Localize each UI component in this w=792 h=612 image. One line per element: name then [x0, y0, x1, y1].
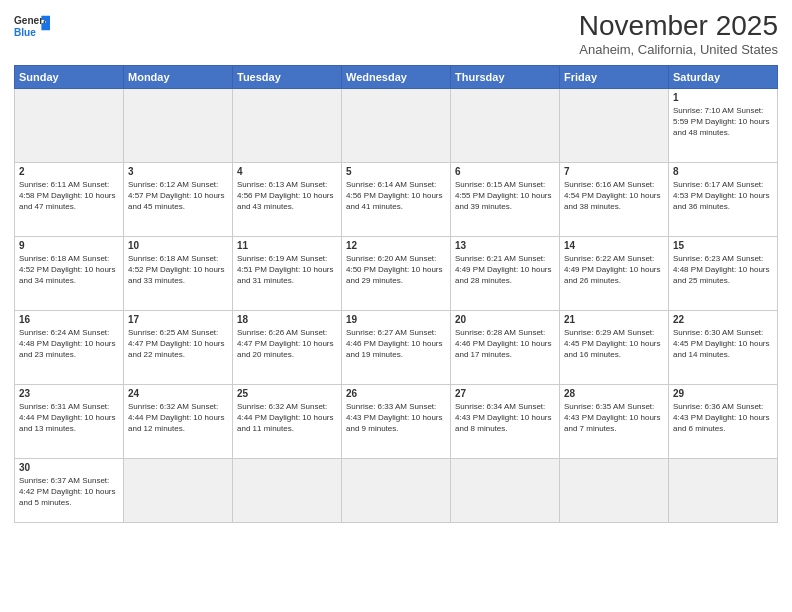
calendar-day-cell	[124, 89, 233, 163]
day-info: Sunrise: 6:32 AM Sunset: 4:44 PM Dayligh…	[128, 401, 228, 435]
month-title: November 2025	[579, 10, 778, 42]
calendar-day-cell: 25Sunrise: 6:32 AM Sunset: 4:44 PM Dayli…	[233, 385, 342, 459]
calendar-day-cell: 7Sunrise: 6:16 AM Sunset: 4:54 PM Daylig…	[560, 163, 669, 237]
calendar-header-row: Sunday Monday Tuesday Wednesday Thursday…	[15, 66, 778, 89]
day-number: 11	[237, 240, 337, 251]
day-info: Sunrise: 6:26 AM Sunset: 4:47 PM Dayligh…	[237, 327, 337, 361]
calendar-day-cell: 16Sunrise: 6:24 AM Sunset: 4:48 PM Dayli…	[15, 311, 124, 385]
day-number: 22	[673, 314, 773, 325]
day-info: Sunrise: 6:18 AM Sunset: 4:52 PM Dayligh…	[128, 253, 228, 287]
col-sunday: Sunday	[15, 66, 124, 89]
day-info: Sunrise: 6:20 AM Sunset: 4:50 PM Dayligh…	[346, 253, 446, 287]
day-info: Sunrise: 6:17 AM Sunset: 4:53 PM Dayligh…	[673, 179, 773, 213]
calendar-day-cell: 1Sunrise: 7:10 AM Sunset: 5:59 PM Daylig…	[669, 89, 778, 163]
day-number: 17	[128, 314, 228, 325]
day-number: 8	[673, 166, 773, 177]
day-info: Sunrise: 6:13 AM Sunset: 4:56 PM Dayligh…	[237, 179, 337, 213]
day-info: Sunrise: 6:18 AM Sunset: 4:52 PM Dayligh…	[19, 253, 119, 287]
calendar-day-cell: 26Sunrise: 6:33 AM Sunset: 4:43 PM Dayli…	[342, 385, 451, 459]
day-number: 12	[346, 240, 446, 251]
calendar-week-row: 1Sunrise: 7:10 AM Sunset: 5:59 PM Daylig…	[15, 89, 778, 163]
calendar-day-cell: 12Sunrise: 6:20 AM Sunset: 4:50 PM Dayli…	[342, 237, 451, 311]
logo: General Blue	[14, 10, 50, 46]
calendar-day-cell: 11Sunrise: 6:19 AM Sunset: 4:51 PM Dayli…	[233, 237, 342, 311]
calendar-day-cell: 27Sunrise: 6:34 AM Sunset: 4:43 PM Dayli…	[451, 385, 560, 459]
calendar-day-cell: 9Sunrise: 6:18 AM Sunset: 4:52 PM Daylig…	[15, 237, 124, 311]
calendar-day-cell: 30Sunrise: 6:37 AM Sunset: 4:42 PM Dayli…	[15, 459, 124, 523]
col-monday: Monday	[124, 66, 233, 89]
col-friday: Friday	[560, 66, 669, 89]
calendar-day-cell	[233, 459, 342, 523]
calendar-day-cell	[233, 89, 342, 163]
calendar-week-row: 16Sunrise: 6:24 AM Sunset: 4:48 PM Dayli…	[15, 311, 778, 385]
calendar-day-cell: 15Sunrise: 6:23 AM Sunset: 4:48 PM Dayli…	[669, 237, 778, 311]
calendar: Sunday Monday Tuesday Wednesday Thursday…	[14, 65, 778, 523]
day-number: 26	[346, 388, 446, 399]
day-number: 14	[564, 240, 664, 251]
day-info: Sunrise: 6:33 AM Sunset: 4:43 PM Dayligh…	[346, 401, 446, 435]
calendar-day-cell: 5Sunrise: 6:14 AM Sunset: 4:56 PM Daylig…	[342, 163, 451, 237]
day-number: 29	[673, 388, 773, 399]
calendar-day-cell	[15, 89, 124, 163]
day-info: Sunrise: 6:32 AM Sunset: 4:44 PM Dayligh…	[237, 401, 337, 435]
day-number: 5	[346, 166, 446, 177]
day-number: 2	[19, 166, 119, 177]
day-info: Sunrise: 6:23 AM Sunset: 4:48 PM Dayligh…	[673, 253, 773, 287]
calendar-week-row: 23Sunrise: 6:31 AM Sunset: 4:44 PM Dayli…	[15, 385, 778, 459]
day-number: 20	[455, 314, 555, 325]
header: General Blue November 2025 Anaheim, Cali…	[14, 10, 778, 57]
day-info: Sunrise: 6:34 AM Sunset: 4:43 PM Dayligh…	[455, 401, 555, 435]
calendar-day-cell: 19Sunrise: 6:27 AM Sunset: 4:46 PM Dayli…	[342, 311, 451, 385]
calendar-day-cell: 21Sunrise: 6:29 AM Sunset: 4:45 PM Dayli…	[560, 311, 669, 385]
day-number: 16	[19, 314, 119, 325]
day-info: Sunrise: 6:35 AM Sunset: 4:43 PM Dayligh…	[564, 401, 664, 435]
calendar-day-cell	[560, 459, 669, 523]
day-info: Sunrise: 6:28 AM Sunset: 4:46 PM Dayligh…	[455, 327, 555, 361]
day-number: 4	[237, 166, 337, 177]
day-info: Sunrise: 6:37 AM Sunset: 4:42 PM Dayligh…	[19, 475, 119, 509]
calendar-day-cell: 24Sunrise: 6:32 AM Sunset: 4:44 PM Dayli…	[124, 385, 233, 459]
calendar-day-cell: 28Sunrise: 6:35 AM Sunset: 4:43 PM Dayli…	[560, 385, 669, 459]
calendar-day-cell	[124, 459, 233, 523]
page: General Blue November 2025 Anaheim, Cali…	[0, 0, 792, 612]
calendar-day-cell: 10Sunrise: 6:18 AM Sunset: 4:52 PM Dayli…	[124, 237, 233, 311]
day-info: Sunrise: 6:21 AM Sunset: 4:49 PM Dayligh…	[455, 253, 555, 287]
calendar-day-cell: 22Sunrise: 6:30 AM Sunset: 4:45 PM Dayli…	[669, 311, 778, 385]
day-number: 18	[237, 314, 337, 325]
calendar-day-cell: 29Sunrise: 6:36 AM Sunset: 4:43 PM Dayli…	[669, 385, 778, 459]
day-info: Sunrise: 6:24 AM Sunset: 4:48 PM Dayligh…	[19, 327, 119, 361]
day-number: 30	[19, 462, 119, 473]
day-number: 25	[237, 388, 337, 399]
col-saturday: Saturday	[669, 66, 778, 89]
calendar-day-cell	[560, 89, 669, 163]
day-info: Sunrise: 6:15 AM Sunset: 4:55 PM Dayligh…	[455, 179, 555, 213]
day-number: 27	[455, 388, 555, 399]
day-info: Sunrise: 6:31 AM Sunset: 4:44 PM Dayligh…	[19, 401, 119, 435]
calendar-day-cell: 8Sunrise: 6:17 AM Sunset: 4:53 PM Daylig…	[669, 163, 778, 237]
day-number: 24	[128, 388, 228, 399]
day-info: Sunrise: 6:29 AM Sunset: 4:45 PM Dayligh…	[564, 327, 664, 361]
calendar-day-cell: 14Sunrise: 6:22 AM Sunset: 4:49 PM Dayli…	[560, 237, 669, 311]
calendar-day-cell: 2Sunrise: 6:11 AM Sunset: 4:58 PM Daylig…	[15, 163, 124, 237]
subtitle: Anaheim, California, United States	[579, 42, 778, 57]
day-info: Sunrise: 6:12 AM Sunset: 4:57 PM Dayligh…	[128, 179, 228, 213]
day-info: Sunrise: 6:27 AM Sunset: 4:46 PM Dayligh…	[346, 327, 446, 361]
day-number: 28	[564, 388, 664, 399]
calendar-day-cell	[342, 89, 451, 163]
title-block: November 2025 Anaheim, California, Unite…	[579, 10, 778, 57]
day-number: 10	[128, 240, 228, 251]
calendar-day-cell: 4Sunrise: 6:13 AM Sunset: 4:56 PM Daylig…	[233, 163, 342, 237]
day-number: 6	[455, 166, 555, 177]
calendar-day-cell	[451, 459, 560, 523]
calendar-day-cell: 6Sunrise: 6:15 AM Sunset: 4:55 PM Daylig…	[451, 163, 560, 237]
day-info: Sunrise: 6:11 AM Sunset: 4:58 PM Dayligh…	[19, 179, 119, 213]
logo-icon: General Blue	[14, 10, 50, 46]
day-info: Sunrise: 6:16 AM Sunset: 4:54 PM Dayligh…	[564, 179, 664, 213]
calendar-day-cell: 23Sunrise: 6:31 AM Sunset: 4:44 PM Dayli…	[15, 385, 124, 459]
day-number: 9	[19, 240, 119, 251]
day-number: 13	[455, 240, 555, 251]
day-number: 19	[346, 314, 446, 325]
calendar-week-row: 30Sunrise: 6:37 AM Sunset: 4:42 PM Dayli…	[15, 459, 778, 523]
calendar-day-cell	[451, 89, 560, 163]
day-info: Sunrise: 6:36 AM Sunset: 4:43 PM Dayligh…	[673, 401, 773, 435]
